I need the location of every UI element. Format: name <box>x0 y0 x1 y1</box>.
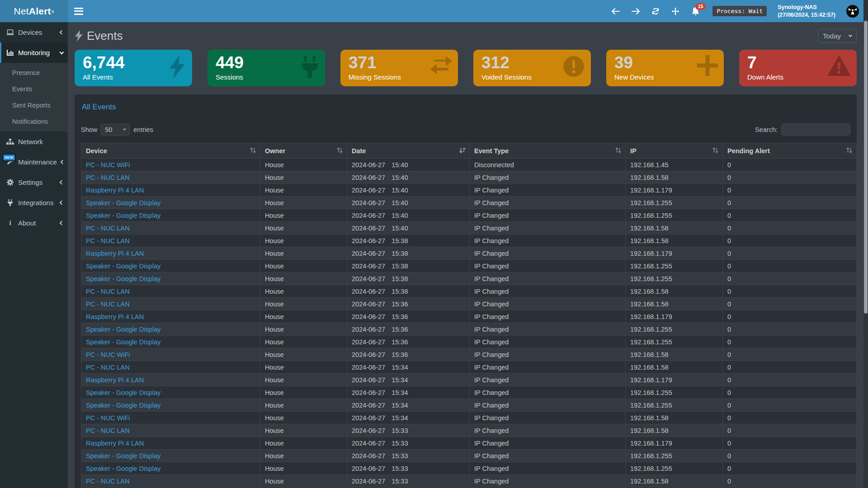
device-link[interactable]: PC - NUC LAN <box>86 174 130 181</box>
table-row: Speaker - Google DisplayHouse2024-06-271… <box>81 260 857 272</box>
panel-title-link[interactable]: All Events <box>82 103 116 112</box>
pending-alert-cell: 0 <box>723 260 857 272</box>
device-link[interactable]: PC - NUC LAN <box>86 237 130 244</box>
ip-cell: 192.168.1.58 <box>626 285 723 298</box>
sidebar-subitem-presence[interactable]: Presence <box>0 65 68 81</box>
table-row: Speaker - Google DisplayHouse2024-06-271… <box>81 336 857 348</box>
device-link[interactable]: Speaker - Google Display <box>86 338 160 346</box>
device-link[interactable]: Raspberry Pi 4 LAN <box>86 187 144 194</box>
device-link[interactable]: Raspberry Pi 4 LAN <box>86 440 144 447</box>
sidebar-item-network[interactable]: Network <box>0 131 68 152</box>
device-link[interactable]: PC - NUC WiFi <box>86 161 130 169</box>
card-missing-sessions[interactable]: 371 Missing Sessions <box>340 50 458 86</box>
pending-alert-cell: 0 <box>723 159 857 171</box>
sidebar-item-devices[interactable]: Devices <box>0 22 68 42</box>
pending-alert-cell: 0 <box>723 209 857 222</box>
device-link[interactable]: PC - NUC WiFi <box>86 414 130 422</box>
sidebar-subitem-notifications[interactable]: Notifications <box>0 113 68 130</box>
device-link[interactable]: PC - NUC LAN <box>86 478 130 485</box>
event-type-cell: IP Changed <box>470 437 626 450</box>
device-link[interactable]: PC - NUC LAN <box>86 225 130 232</box>
card-new-devices[interactable]: 39 New Devices <box>606 50 724 86</box>
monitoring-submenu: Presence Events Sent Reports Notificatio… <box>0 63 68 131</box>
device-link[interactable]: PC - NUC WiFi <box>86 351 130 358</box>
time-value: 15:33 <box>392 452 408 460</box>
column-header-owner[interactable]: Owner <box>260 143 347 159</box>
table-row: Speaker - Google DisplayHouse2024-06-271… <box>81 399 857 412</box>
sidebar-subitem-sent-reports[interactable]: Sent Reports <box>0 97 68 113</box>
column-header-date[interactable]: Date <box>347 143 470 159</box>
device-cell: Speaker - Google Display <box>81 462 260 475</box>
device-link[interactable]: Speaker - Google Display <box>86 326 160 333</box>
time-value: 15:40 <box>392 199 408 206</box>
device-link[interactable]: Raspberry Pi 4 LAN <box>86 250 144 257</box>
process-status: Process: Wait <box>712 6 767 16</box>
search-input[interactable] <box>781 123 850 136</box>
card-voided-sessions[interactable]: 312 Voided Sessions <box>473 50 591 86</box>
column-header-event-type[interactable]: Event Type <box>470 143 626 159</box>
time-value: 15:40 <box>392 161 408 169</box>
device-link[interactable]: Raspberry Pi 4 LAN <box>86 313 144 320</box>
time-value: 15:38 <box>392 275 408 282</box>
laptop-icon <box>6 29 14 36</box>
ip-cell: 192.168.1.58 <box>626 348 723 361</box>
card-all-events[interactable]: 6,744 All Events <box>75 50 192 86</box>
device-link[interactable]: PC - NUC LAN <box>86 427 130 434</box>
device-link[interactable]: Speaker - Google Display <box>86 199 160 206</box>
move-arrows-icon[interactable] <box>671 7 680 16</box>
sidebar-subitem-events[interactable]: Events <box>0 81 68 97</box>
device-cell: PC - NUC LAN <box>81 235 260 247</box>
sidebar-item-monitoring[interactable]: Monitoring <box>0 42 68 63</box>
refresh-icon[interactable] <box>651 7 660 16</box>
table-row: Speaker - Google DisplayHouse2024-06-271… <box>81 197 857 209</box>
date-value: 2024-06-27 <box>352 364 385 371</box>
date-value: 2024-06-27 <box>352 187 385 194</box>
monitoring-chart-icon <box>6 50 14 56</box>
device-link[interactable]: Speaker - Google Display <box>86 402 160 409</box>
device-link[interactable]: Speaker - Google Display <box>86 275 160 282</box>
card-down-alerts[interactable]: 7 Down Alerts <box>739 50 857 86</box>
device-link[interactable]: Speaker - Google Display <box>86 465 160 472</box>
date-value: 2024-06-27 <box>352 225 385 232</box>
column-header-ip[interactable]: IP <box>626 143 723 159</box>
device-link[interactable]: Speaker - Google Display <box>86 212 160 219</box>
device-link[interactable]: Raspberry Pi 4 LAN <box>86 376 144 384</box>
date-cell: 2024-06-2715:34 <box>347 361 470 374</box>
event-type-cell: IP Changed <box>470 272 626 285</box>
device-link[interactable]: PC - NUC LAN <box>86 300 130 308</box>
sidebar-item-settings[interactable]: Settings <box>0 172 68 192</box>
device-link[interactable]: Speaker - Google Display <box>86 389 160 396</box>
owner-cell: House <box>260 260 347 272</box>
column-header-device[interactable]: Device <box>81 143 260 159</box>
device-cell: PC - NUC WiFi <box>81 348 260 361</box>
owner-cell: House <box>260 272 347 285</box>
user-avatar[interactable] <box>846 5 859 18</box>
period-select[interactable]: Today <box>818 29 857 43</box>
entries-select[interactable]: 50 <box>101 124 130 136</box>
owner-cell: House <box>260 285 347 298</box>
card-sessions[interactable]: 449 Sessions <box>208 50 325 86</box>
back-arrow-icon[interactable] <box>611 7 620 16</box>
sidebar-item-about[interactable]: i About <box>0 213 68 233</box>
column-header-pending-alert[interactable]: Pending Alert <box>723 143 857 159</box>
date-value: 2024-06-27 <box>352 376 385 384</box>
sidebar-item-maintenance[interactable]: NEW Maintenance <box>0 152 68 172</box>
vertical-scrollbar[interactable] <box>863 0 868 488</box>
device-link[interactable]: Speaker - Google Display <box>86 263 160 270</box>
device-link[interactable]: Speaker - Google Display <box>86 452 160 460</box>
device-link[interactable]: PC - NUC LAN <box>86 288 130 295</box>
event-type-cell: IP Changed <box>470 361 626 374</box>
ip-cell: 192.168.1.255 <box>626 336 723 348</box>
pending-alert-cell: 0 <box>723 197 857 209</box>
owner-cell: House <box>260 235 347 247</box>
ip-cell: 192.168.1.45 <box>626 159 723 171</box>
date-cell: 2024-06-2715:33 <box>347 424 470 437</box>
sidebar-item-integrations[interactable]: Integrations <box>0 192 68 213</box>
table-row: Raspberry Pi 4 LANHouse2024-06-2715:36IP… <box>81 310 857 323</box>
app-logo[interactable]: NetAlertx <box>0 0 68 22</box>
scrollbar-thumb[interactable] <box>864 21 868 314</box>
forward-arrow-icon[interactable] <box>631 7 640 16</box>
sidebar-toggle-icon[interactable] <box>74 8 83 15</box>
device-link[interactable]: PC - NUC LAN <box>86 364 130 371</box>
bell-icon[interactable]: 15 <box>691 7 700 16</box>
